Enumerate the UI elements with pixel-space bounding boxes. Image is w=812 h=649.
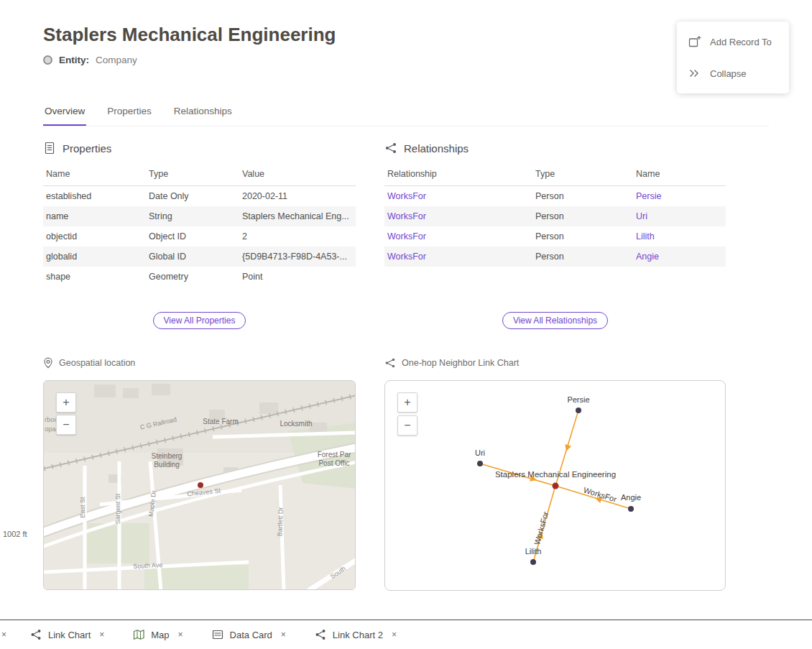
col-value: Value <box>239 164 356 186</box>
table-row: WorksFor Person Angie <box>384 247 726 267</box>
edge-arrow <box>563 444 571 452</box>
link-chart-card: + − WorksFor WorksFor Pe <box>384 380 726 591</box>
close-icon[interactable]: × <box>281 630 286 640</box>
relationships-heading: Relationships <box>384 142 726 155</box>
node-label-persie: Persie <box>567 395 589 404</box>
close-icon[interactable]: × <box>178 630 183 640</box>
table-row: name String Staplers Mechanical Eng... <box>43 206 356 226</box>
bottom-tab-link-chart[interactable]: Link Chart × <box>30 629 104 640</box>
prop-name: shape <box>43 267 146 287</box>
link-chart-icon <box>30 629 42 640</box>
prop-name: globalid <box>43 247 146 267</box>
rel-type: Person <box>532 186 633 207</box>
properties-heading: Properties <box>43 142 356 155</box>
prop-type: Object ID <box>146 226 239 247</box>
relationship-link[interactable]: WorksFor <box>387 211 426 221</box>
bottom-tab-label: Link Chart 2 <box>333 630 383 640</box>
node-label-uri: Uri <box>475 448 485 457</box>
chart-zoom-in-button[interactable]: + <box>397 392 417 413</box>
data-card-icon <box>212 629 223 640</box>
map-label-bartlett-dr: Bartlett Dr <box>276 507 284 536</box>
entity-location-marker[interactable] <box>198 482 203 488</box>
node-lilith[interactable] <box>530 559 536 565</box>
tab-bar: Overview Properties Relationships <box>43 101 769 126</box>
map-label-locksmith: Locksmith <box>280 420 312 428</box>
node-uri[interactable] <box>477 461 483 466</box>
entity-label: Entity: <box>59 55 89 65</box>
node-label-lilith: Lilith <box>525 547 542 556</box>
bottom-tab-label: Data Card <box>230 630 272 640</box>
node-persie[interactable] <box>576 408 581 413</box>
properties-header-row: Name Type Value <box>43 164 356 186</box>
map-zoom-in-button[interactable]: + <box>56 392 76 413</box>
view-all-properties-button[interactable]: View All Properties <box>153 312 246 329</box>
map-label-south-ave: South Ave <box>133 561 162 570</box>
relationships-table: Relationship Type Name WorksFor Person P… <box>384 164 726 267</box>
collapse-button[interactable]: Collapse <box>677 57 789 89</box>
prop-value: {5D9B4713-F98D-4A53-... <box>239 247 356 267</box>
table-row: established Date Only 2020-02-11 <box>43 186 356 207</box>
related-entity-link[interactable]: Lilith <box>636 231 655 241</box>
view-all-relationships-button[interactable]: View All Relationships <box>502 312 608 329</box>
clipped-tab-close-icon[interactable]: × <box>1 630 9 640</box>
add-record-to-button[interactable]: Add Record To <box>677 26 789 57</box>
relationships-title: Relationships <box>404 142 469 155</box>
bottom-tab-bar: × Link Chart × Map × <box>0 620 812 649</box>
chart-zoom-out-button[interactable]: − <box>397 415 417 436</box>
edge-label-worksfor: WorksFor <box>532 510 550 546</box>
table-row: objectid Object ID 2 <box>43 226 356 247</box>
relationship-link[interactable]: WorksFor <box>387 231 426 241</box>
relationship-link[interactable]: WorksFor <box>387 191 426 201</box>
prop-name: objectid <box>43 226 146 247</box>
page-title: Staplers Mechanical Engineering <box>43 24 336 46</box>
entity-color-icon <box>43 55 52 65</box>
map-zoom-controls: + − <box>56 392 76 435</box>
bottom-tab-link-chart-2[interactable]: Link Chart 2 × <box>315 629 397 640</box>
tab-properties[interactable]: Properties <box>106 101 153 126</box>
node-center-entity[interactable] <box>553 483 559 489</box>
geospatial-title: Geospatial location <box>59 358 135 368</box>
entity-row: Entity: Company <box>43 55 137 65</box>
map-label-sargent-st: Sargent St <box>114 493 121 524</box>
data-card-page: Staplers Mechanical Engineering Entity: … <box>0 0 812 649</box>
relationship-link[interactable]: WorksFor <box>387 252 426 262</box>
map-label-state-farm: State Farm <box>203 418 238 425</box>
collapse-icon <box>688 67 701 80</box>
relationships-icon <box>384 142 397 155</box>
col-type: Type <box>532 164 633 186</box>
link-chart-canvas[interactable]: WorksFor WorksFor Persie Uri Angie Lilit… <box>385 381 726 591</box>
tab-relationships[interactable]: Relationships <box>172 101 234 126</box>
prop-value: 2 <box>239 226 356 247</box>
entity-type: Company <box>96 55 137 65</box>
node-angie[interactable] <box>628 506 634 512</box>
map-scale-text: 1002 ft <box>3 530 27 538</box>
node-label-angie: Angie <box>621 493 641 502</box>
map-label-post-office: Post Offic <box>318 459 349 467</box>
add-record-to-label: Add Record To <box>710 37 772 47</box>
col-relationship: Relationship <box>384 164 532 186</box>
bottom-tab-data-card[interactable]: Data Card × <box>212 629 286 640</box>
close-icon[interactable]: × <box>392 630 397 640</box>
table-row: WorksFor Person Uri <box>384 206 726 226</box>
related-entity-link[interactable]: Uri <box>636 211 647 221</box>
tab-overview[interactable]: Overview <box>43 101 86 126</box>
related-entity-link[interactable]: Angie <box>636 252 659 262</box>
bottom-tab-label: Map <box>151 630 169 640</box>
one-hop-title: One-hop Neighbor Link Chart <box>402 358 519 368</box>
node-label-center: Staplers Mechanical Engineering <box>495 470 616 479</box>
one-hop-heading: One-hop Neighbor Link Chart <box>384 357 519 369</box>
bottom-tab-label: Link Chart <box>48 630 91 640</box>
map-canvas[interactable]: C G Railroad State Farm Locksmith Steinb… <box>44 381 356 590</box>
prop-type: Date Only <box>146 186 239 207</box>
link-chart-icon <box>384 357 396 369</box>
map-label-east-st: East St <box>79 497 86 518</box>
related-entity-link[interactable]: Persie <box>636 191 661 201</box>
col-name: Name <box>633 164 726 186</box>
collapse-label: Collapse <box>710 68 747 79</box>
bottom-tab-map[interactable]: Map × <box>133 629 183 640</box>
map-zoom-out-button[interactable]: − <box>56 415 76 435</box>
properties-section: Properties Name Type Value established D… <box>43 142 356 287</box>
prop-type: String <box>146 206 239 226</box>
close-icon[interactable]: × <box>99 630 104 640</box>
rel-type: Person <box>532 247 633 267</box>
